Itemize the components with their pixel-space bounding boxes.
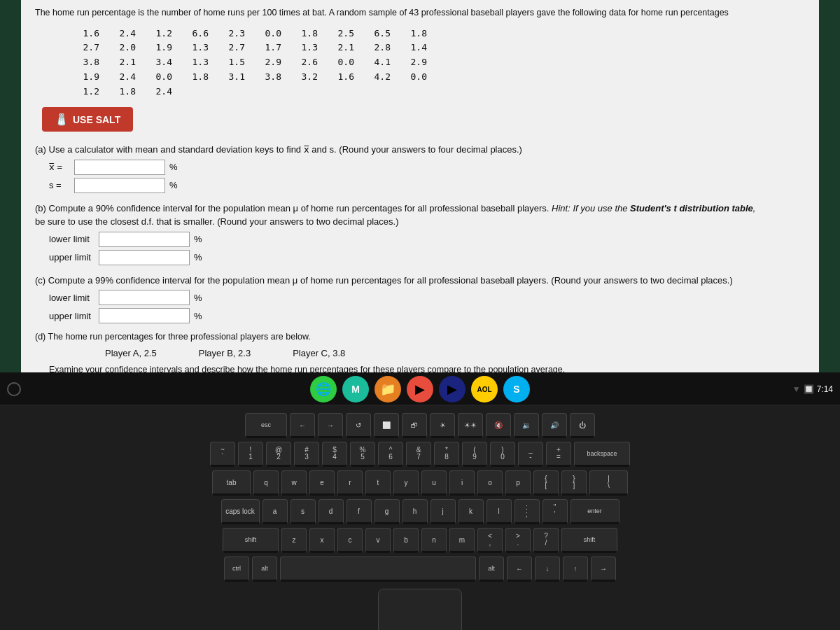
key-comma[interactable]: <,	[477, 528, 503, 553]
key-arrow-down-bottom[interactable]: ↓	[535, 556, 560, 582]
key-5[interactable]: %5	[350, 442, 375, 467]
key-arrow-right-bottom[interactable]: →	[591, 556, 616, 582]
key-alt-left[interactable]: alt	[252, 556, 277, 582]
key-m[interactable]: m	[449, 528, 475, 553]
key-arrow-right[interactable]: →	[318, 413, 343, 438]
key-3[interactable]: #3	[294, 442, 319, 467]
key-r[interactable]: r	[337, 470, 363, 496]
key-k[interactable]: k	[458, 499, 484, 524]
key-x[interactable]: x	[309, 528, 335, 553]
data-row: 1.9 2.4 0.0 1.8 3.1 3.8 3.2 1.6 4.2 0.0	[77, 70, 805, 85]
key-tilde[interactable]: ~`	[210, 442, 235, 467]
taskbar-icon-skype[interactable]: S	[503, 376, 530, 402]
laptop-screen: The home run percentage is the number of…	[0, 0, 840, 406]
key-slash[interactable]: ?/	[533, 528, 559, 553]
key-t[interactable]: t	[365, 470, 391, 496]
c-lower-input[interactable]	[99, 290, 190, 305]
key-mute[interactable]: 🔇	[486, 413, 511, 438]
key-v[interactable]: v	[365, 528, 391, 553]
c-upper-input[interactable]	[99, 308, 190, 323]
part-a-block: (a) Use a calculator with mean and stand…	[35, 143, 805, 193]
key-u[interactable]: u	[421, 470, 447, 496]
key-y[interactable]: y	[393, 470, 419, 496]
key-f[interactable]: f	[346, 499, 372, 524]
key-2[interactable]: @2	[266, 442, 291, 467]
key-bracket-right[interactable]: }]	[561, 470, 587, 496]
x-bar-row: x̅ = %	[49, 160, 805, 175]
key-tab[interactable]: tab	[212, 470, 251, 496]
taskbar-icon-browser[interactable]: 🌐	[310, 376, 337, 402]
key-z[interactable]: z	[281, 528, 307, 553]
key-n[interactable]: n	[421, 528, 447, 553]
key-7[interactable]: &7	[406, 442, 431, 467]
key-minus[interactable]: _-	[518, 442, 543, 467]
data-row: 2.7 2.0 1.9 1.3 2.7 1.7 1.3 2.1 2.8 1.4	[77, 41, 805, 55]
keyboard-asdf-row: caps lock a s d f g h j k l :; "' enter	[42, 499, 798, 524]
key-b[interactable]: b	[393, 528, 419, 553]
data-row: 3.8 2.1 3.4 1.3 1.5 2.9 2.6 0.0 4.1 2.9	[77, 55, 805, 70]
keyboard-zxcv-row: shift z x c v b n m <, >. ?/ shift	[42, 528, 798, 553]
s-input[interactable]	[74, 178, 165, 193]
taskbar: 🌐 M 📁 ▶ ▶ AOL S ▼ 🔲 7:14	[0, 372, 840, 406]
key-power[interactable]: ⏻	[570, 413, 595, 438]
use-salt-button[interactable]: 🧂 USE SALT	[42, 107, 133, 132]
touchpad[interactable]	[378, 589, 462, 630]
key-9[interactable]: (9	[462, 442, 487, 467]
key-1[interactable]: !1	[238, 442, 263, 467]
key-o[interactable]: o	[477, 470, 503, 496]
key-d[interactable]: d	[318, 499, 344, 524]
key-4[interactable]: $4	[322, 442, 347, 467]
key-period[interactable]: >.	[505, 528, 531, 553]
key-alt-right[interactable]: alt	[479, 556, 504, 582]
key-p[interactable]: p	[505, 470, 531, 496]
key-e[interactable]: e	[309, 470, 335, 496]
key-shift-right[interactable]: shift	[561, 528, 617, 553]
key-vol-up[interactable]: 🔊	[542, 413, 567, 438]
key-enter[interactable]: enter	[570, 499, 620, 524]
key-arrow-up-bottom[interactable]: ↑	[563, 556, 588, 582]
key-backslash[interactable]: |\	[589, 470, 628, 496]
key-arrow-left[interactable]: ←	[290, 413, 315, 438]
key-backspace[interactable]: backspace	[574, 442, 630, 467]
key-window[interactable]: 🗗	[402, 413, 427, 438]
key-h[interactable]: h	[402, 499, 428, 524]
taskbar-icon-play2[interactable]: ▶	[439, 376, 465, 402]
key-w[interactable]: w	[281, 470, 307, 496]
key-bracket-left[interactable]: {[	[533, 470, 559, 496]
b-lower-input[interactable]	[99, 232, 190, 247]
key-refresh[interactable]: ↺	[346, 413, 371, 438]
key-g[interactable]: g	[374, 499, 400, 524]
key-ctrl[interactable]: ctrl	[224, 556, 249, 582]
taskbar-icon-aol[interactable]: AOL	[471, 376, 498, 402]
key-quote[interactable]: "'	[542, 499, 568, 524]
taskbar-icon-mail[interactable]: M	[342, 376, 369, 402]
key-shift-left[interactable]: shift	[223, 528, 279, 553]
key-semicolon[interactable]: :;	[514, 499, 540, 524]
key-caps[interactable]: caps lock	[221, 499, 260, 524]
taskbar-icon-play1[interactable]: ▶	[407, 376, 433, 402]
key-c[interactable]: c	[337, 528, 363, 553]
x-bar-input[interactable]	[74, 160, 165, 175]
player-c: Player C, 3.8	[293, 346, 345, 360]
key-arrow-left-bottom[interactable]: ←	[507, 556, 532, 582]
key-a[interactable]: a	[262, 499, 288, 524]
key-l[interactable]: l	[486, 499, 512, 524]
key-esc[interactable]: esc	[245, 413, 287, 438]
taskbar-icon-folder[interactable]: 📁	[374, 376, 401, 402]
key-0[interactable]: )0	[490, 442, 515, 467]
key-brightness-down[interactable]: ☀	[430, 413, 455, 438]
key-j[interactable]: j	[430, 499, 456, 524]
key-s[interactable]: s	[290, 499, 316, 524]
s-row: s = %	[49, 178, 805, 193]
b-upper-input[interactable]	[99, 250, 190, 265]
key-q[interactable]: q	[253, 470, 279, 496]
key-i[interactable]: i	[449, 470, 475, 496]
c-upper-row: upper limit %	[49, 308, 805, 323]
key-8[interactable]: *8	[434, 442, 459, 467]
key-vol-down[interactable]: 🔉	[514, 413, 539, 438]
key-brightness-up[interactable]: ☀☀	[458, 413, 483, 438]
key-plus[interactable]: +=	[546, 442, 571, 467]
key-space[interactable]	[280, 556, 476, 582]
key-fullscreen[interactable]: ⬜	[374, 413, 399, 438]
key-6[interactable]: ^6	[378, 442, 403, 467]
